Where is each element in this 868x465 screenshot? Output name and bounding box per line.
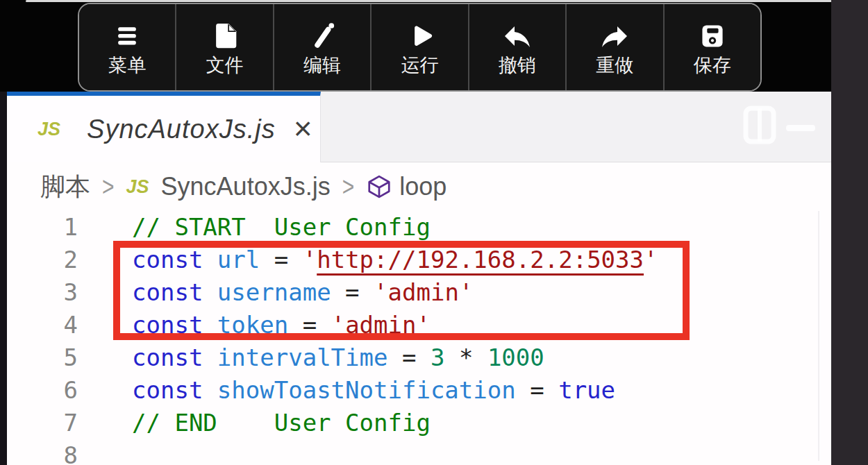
left-frame-edge (0, 92, 7, 465)
code-text: const username = 'admin' (132, 278, 473, 306)
menu-button-label: 菜单 (108, 56, 146, 75)
line-number: 1 (7, 211, 78, 244)
code-line[interactable]: 1// START User Config (7, 211, 831, 244)
code-text: const url = 'http://192.168.2.2:5033' (132, 246, 658, 273)
breadcrumb: 脚本 > JS SyncAutoxJs.js > loop (7, 162, 831, 211)
redo-button[interactable]: 重做 (565, 4, 662, 90)
line-number: 6 (7, 374, 78, 407)
code-lines[interactable]: 1// START User Config2const url = 'http:… (7, 211, 831, 465)
undo-arrow-icon (501, 19, 534, 53)
hamburger-menu-icon (110, 19, 144, 53)
breadcrumb-symbol[interactable]: loop (366, 172, 446, 201)
cube-symbol-icon (366, 174, 392, 200)
close-icon[interactable]: × (294, 115, 312, 143)
line-number: 5 (7, 341, 78, 374)
line-number: 7 (7, 407, 78, 439)
code-line[interactable]: 3const username = 'admin' (7, 276, 831, 309)
code-line[interactable]: 2const url = 'http://192.168.2.2:5033' (7, 244, 831, 276)
breadcrumb-root[interactable]: 脚本 (40, 170, 90, 204)
code-line[interactable]: 6const showToastNotification = true (7, 374, 831, 407)
line-number: 2 (7, 244, 78, 276)
toolbar: 菜单 文件 编辑 运行 (78, 3, 762, 92)
line-number: 8 (7, 439, 78, 465)
tab-bar: JS SyncAutoxJs.js × (7, 92, 831, 162)
split-screen-ghost-icon[interactable] (742, 103, 778, 149)
redo-button-label: 重做 (596, 56, 633, 75)
play-icon (403, 19, 436, 53)
scrollbar-track[interactable] (818, 211, 819, 461)
breadcrumb-symbol-label: loop (399, 172, 446, 201)
edit-button-label: 编辑 (303, 56, 341, 75)
file-button[interactable]: 文件 (175, 4, 272, 90)
code-line[interactable]: 5const intervalTime = 3 * 1000 (7, 341, 831, 374)
pencil-icon (306, 19, 339, 53)
code-text: const intervalTime = 3 * 1000 (132, 344, 544, 371)
tab-syncautoxjs[interactable]: JS SyncAutoxJs.js × (7, 92, 321, 162)
floppy-save-icon (696, 19, 729, 53)
code-line[interactable]: 7// END User Config (7, 407, 831, 439)
editor-window: JS SyncAutoxJs.js × 脚本 > JS SyncAutoxJs.… (7, 92, 831, 465)
window-top-edge (26, 0, 837, 2)
code-line[interactable]: 8 (7, 439, 831, 465)
menu-button[interactable]: 菜单 (79, 4, 175, 90)
code-text: // END User Config (132, 409, 431, 437)
chevron-right-icon: > (102, 171, 115, 202)
undo-button[interactable]: 撤销 (468, 4, 565, 90)
breadcrumb-file[interactable]: SyncAutoxJs.js (161, 172, 331, 201)
code-text: const showToastNotification = true (132, 376, 615, 404)
code-line[interactable]: 4const token = 'admin' (7, 309, 831, 341)
code-text: // START User Config (132, 213, 431, 241)
js-file-badge: JS (126, 176, 149, 198)
run-button-label: 运行 (401, 56, 438, 75)
save-button[interactable]: 保存 (663, 4, 760, 90)
undo-button-label: 撤销 (499, 56, 536, 75)
file-icon (208, 19, 242, 53)
save-button-label: 保存 (694, 56, 731, 75)
file-button-label: 文件 (206, 56, 244, 75)
minimize-ghost-icon[interactable] (786, 125, 815, 131)
chevron-right-icon: > (342, 171, 355, 202)
code-text: const token = 'admin' (132, 311, 431, 339)
right-frame-edge (831, 0, 868, 465)
tab-filename: SyncAutoxJs.js (87, 115, 276, 144)
edit-button[interactable]: 编辑 (273, 4, 370, 90)
js-file-badge: JS (37, 119, 60, 140)
line-number: 4 (7, 309, 78, 341)
run-button[interactable]: 运行 (370, 4, 467, 90)
redo-arrow-icon (598, 19, 631, 53)
line-number: 3 (7, 276, 78, 309)
